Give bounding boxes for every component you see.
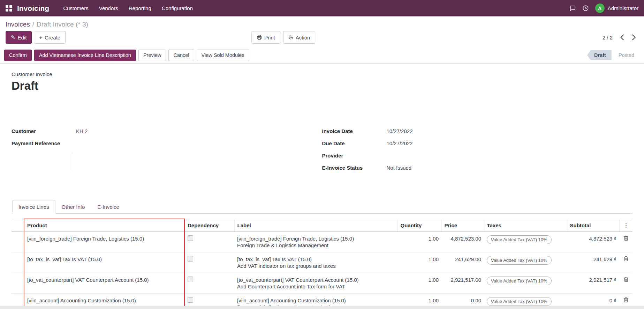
user-menu[interactable]: A Administrator [595, 3, 638, 13]
price-cell[interactable]: 241,629.00 [441, 252, 484, 273]
app-title[interactable]: Invoicing [17, 4, 49, 13]
tab-invoice-lines[interactable]: Invoice Lines [12, 200, 55, 214]
label-cell[interactable]: [to_vat_counterpart] VAT Counterpart Acc… [234, 273, 397, 294]
quantity-cell[interactable]: 1.00 [397, 273, 441, 294]
price-cell[interactable]: 2,921,517.00 [441, 273, 484, 294]
row-handle[interactable] [12, 294, 24, 307]
invoice-line-row[interactable]: [to_vat_counterpart] VAT Counterpart Acc… [12, 273, 632, 294]
nav-item-configuration[interactable]: Configuration [158, 3, 197, 13]
edit-button[interactable]: ✎ Edit [6, 31, 32, 44]
cancel-button[interactable]: Cancel [168, 50, 194, 61]
price-cell[interactable]: 0.00 [441, 294, 484, 307]
due-date-value: 10/27/2022 [382, 140, 413, 147]
dependency-checkbox[interactable] [188, 256, 193, 262]
breadcrumb-current: Draft Invoice (* 3) [37, 21, 88, 28]
quantity-column-header[interactable]: Quantity [397, 219, 441, 232]
product-cell[interactable]: [to_tax_is_vat] Tax Is VAT (15.0) [24, 252, 184, 273]
status-widget: Draft Posted [587, 50, 640, 60]
add-vietnamese-description-button[interactable]: Add Vietnamese Invoice Line Description [34, 50, 136, 61]
printer-icon [257, 35, 262, 40]
row-handle[interactable] [12, 273, 24, 294]
row-handle[interactable] [12, 252, 24, 273]
product-column-header annotation-product-column[interactable]: Product [24, 219, 184, 232]
delete-line-icon[interactable] [623, 297, 629, 303]
nav-item-vendors[interactable]: Vendors [95, 3, 122, 13]
breadcrumb-parent[interactable]: Invoices [6, 21, 30, 28]
invoice-line-row[interactable]: [viin_foreign_trade] Foreign Trade, Logi… [12, 232, 632, 252]
gear-icon [288, 35, 293, 40]
fields-left-column: Customer KH 2 Payment Reference [12, 128, 322, 177]
product-cell[interactable]: [to_vat_counterpart] VAT Counterpart Acc… [24, 273, 184, 294]
user-avatar: A [595, 3, 605, 13]
tax-tag[interactable]: Value Added Tax (VAT) 10% [487, 235, 552, 244]
subtotal-cell: 241,629 ₫ [567, 252, 619, 273]
activities-clock-icon[interactable] [582, 5, 589, 12]
product-cell[interactable]: [viin_account] Accounting Customization … [24, 294, 184, 307]
subtotal-cell: 0 ₫ [567, 294, 619, 307]
invoice-line-row[interactable]: [viin_account] Accounting Customization … [12, 294, 632, 307]
delete-line-icon[interactable] [623, 235, 629, 241]
create-button[interactable]: + Create [34, 31, 66, 44]
status-posted[interactable]: Posted [612, 50, 640, 60]
preview-button[interactable]: Preview [138, 50, 166, 61]
customer-field-row: Customer KH 2 [12, 128, 322, 135]
invoice-line-row[interactable]: [to_tax_is_vat] Tax Is VAT (15.0) [to_ta… [12, 252, 632, 273]
quantity-cell[interactable]: 1.00 [397, 232, 441, 252]
plus-icon: + [39, 35, 42, 41]
product-cell[interactable]: [viin_foreign_trade] Foreign Trade, Logi… [24, 232, 184, 252]
tab-other-info[interactable]: Other Info [55, 200, 91, 214]
label-line1: [to_tax_is_vat] Tax Is VAT (15.0) [237, 256, 395, 263]
control-panel: Invoices / Draft Invoice (* 3) ✎ Edit + … [0, 16, 644, 47]
nav-right: A Administrator [569, 3, 638, 13]
quantity-cell[interactable]: 1.00 [397, 252, 441, 273]
delete-line-icon[interactable] [623, 277, 629, 282]
view-sold-modules-button[interactable]: View Sold Modules [197, 50, 249, 61]
print-button[interactable]: Print [251, 31, 280, 44]
label-column-header[interactable]: Label [234, 219, 397, 232]
price-column-header[interactable]: Price [441, 219, 484, 232]
customer-value[interactable]: KH 2 [72, 128, 88, 135]
document-state-title: Draft [12, 79, 632, 93]
quantity-cell[interactable]: 1.00 [397, 294, 441, 307]
dependency-checkbox[interactable] [188, 277, 193, 282]
row-handle[interactable] [12, 232, 24, 252]
nav-item-customers[interactable]: Customers [59, 3, 93, 13]
messages-icon[interactable] [569, 5, 576, 12]
dependency-checkbox[interactable] [188, 235, 193, 241]
tax-tag[interactable]: Value Added Tax (VAT) 10% [487, 297, 552, 306]
invoice-lines-table: Product Dependency Label Quantity Price … [12, 219, 632, 306]
field-column-divider [72, 153, 72, 171]
label-line2: Add Counterpart Account into Tax form fo… [237, 283, 395, 290]
dependency-checkbox[interactable] [188, 297, 193, 303]
tax-tag[interactable]: Value Added Tax (VAT) 10% [487, 256, 552, 265]
fields-right-column: Invoice Date 10/27/2022 Due Date 10/27/2… [322, 128, 633, 177]
action-button[interactable]: Action [283, 31, 316, 44]
nav-item-reporting[interactable]: Reporting [124, 3, 156, 13]
apps-grid-icon[interactable] [6, 5, 12, 12]
subtotal-cell: 2,921,517 ₫ [567, 273, 619, 294]
tax-tag[interactable]: Value Added Tax (VAT) 10% [487, 277, 552, 285]
invoice-date-label: Invoice Date [322, 128, 382, 135]
status-draft[interactable]: Draft [587, 50, 612, 60]
label-cell[interactable]: [to_tax_is_vat] Tax Is VAT (15.0) Add VA… [234, 252, 397, 273]
pager-value: 2 / 2 [603, 35, 613, 41]
einvoice-status-field-row: E-Invoice Status Not Issued [322, 165, 633, 172]
label-cell[interactable]: [viin_foreign_trade] Foreign Trade, Logi… [234, 232, 397, 252]
label-cell[interactable]: [viin_account] Accounting Customization … [234, 294, 397, 307]
fields-grid: Customer KH 2 Payment Reference Invoice … [12, 128, 632, 177]
subtotal-column-header[interactable]: Subtotal [567, 219, 619, 232]
customer-label: Customer [12, 128, 72, 135]
tab-e-invoice[interactable]: E-Invoice [91, 200, 126, 214]
dependency-column-header[interactable]: Dependency [184, 219, 234, 232]
delete-line-icon[interactable] [623, 256, 629, 262]
currency-symbol: ₫ [614, 277, 616, 283]
due-date-label: Due Date [322, 140, 382, 147]
price-cell[interactable]: 4,872,523.00 [441, 232, 484, 252]
optional-columns-icon[interactable]: ⋮ [623, 222, 629, 228]
pager-previous-button[interactable] [618, 33, 627, 42]
label-line1: [to_vat_counterpart] VAT Counterpart Acc… [237, 277, 395, 283]
pager-next-button[interactable] [629, 33, 638, 42]
taxes-column-header[interactable]: Taxes [484, 219, 567, 232]
confirm-button[interactable]: Confirm [4, 50, 32, 61]
payment-reference-value [72, 140, 76, 147]
